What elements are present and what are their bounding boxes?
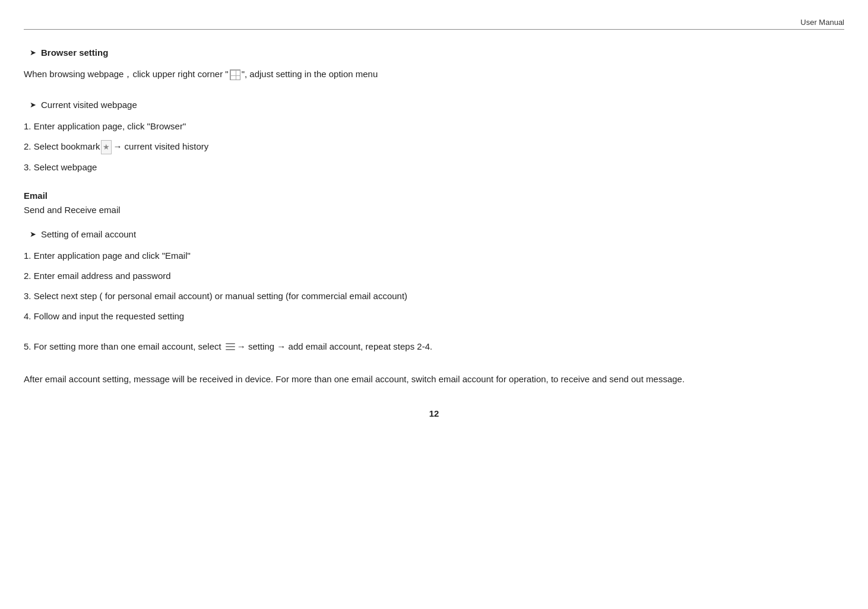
- email-step-4: 4. Follow and input the requested settin…: [24, 309, 844, 323]
- browser-intro-text1: When browsing webpage，click upper right …: [24, 69, 229, 79]
- browser-setting-heading-row: ➤ Browser setting: [30, 47, 844, 58]
- email-account-heading-row: ➤ Setting of email account: [30, 229, 844, 239]
- email-step-1: 1. Enter application page and click "Ema…: [24, 249, 844, 263]
- email-step-5: 5. For setting more than one email accou…: [24, 340, 844, 354]
- header: User Manual: [24, 18, 844, 30]
- arrow-right-5: →: [237, 341, 246, 351]
- email-subheading: Send and Receive email: [24, 203, 844, 217]
- page-number: 12: [429, 408, 439, 418]
- email-section: Email Send and Receive email: [24, 191, 844, 217]
- email-note: After email account setting, message wil…: [24, 372, 844, 386]
- header-title: User Manual: [800, 18, 844, 27]
- step-3-browser-text: 3. Select webpage: [24, 162, 97, 172]
- email-step-3-text: 3. Select next step ( for personal email…: [24, 291, 407, 301]
- email-heading: Email: [24, 191, 844, 201]
- step-1-browser: 1. Enter application page, click "Browse…: [24, 119, 844, 134]
- email-step-2-text: 2. Enter email address and password: [24, 271, 171, 281]
- step-2-browser: 2. Select bookmark★→ current visited his…: [24, 139, 844, 154]
- current-visited-heading: Current visited webpage: [41, 100, 137, 110]
- bullet-arrow-browser: ➤: [30, 48, 36, 57]
- arrow-right-2: →: [113, 141, 122, 151]
- step-2-browser-text2: current visited history: [122, 141, 208, 151]
- email-step-5-text2: setting → add email account, repeat step…: [246, 341, 432, 351]
- email-note-text: After email account setting, message wil…: [24, 374, 685, 384]
- email-step-2: 2. Enter email address and password: [24, 269, 844, 283]
- step-2-browser-text1: 2. Select bookmark: [24, 141, 100, 151]
- email-step-4-text: 4. Follow and input the requested settin…: [24, 311, 184, 321]
- current-visited-heading-row: ➤ Current visited webpage: [30, 100, 844, 110]
- email-step-3: 3. Select next step ( for personal email…: [24, 289, 844, 303]
- browser-setting-heading: Browser setting: [41, 47, 108, 58]
- browser-intro-text2: ", adjust setting in the option menu: [242, 69, 378, 79]
- browser-intro: When browsing webpage，click upper right …: [24, 67, 844, 81]
- email-step-1-text: 1. Enter application page and click "Ema…: [24, 250, 191, 261]
- email-step-5-text1: 5. For setting more than one email accou…: [24, 341, 224, 351]
- step-3-browser: 3. Select webpage: [24, 160, 844, 175]
- bullet-arrow-current: ➤: [30, 100, 36, 109]
- email-account-heading: Setting of email account: [41, 229, 136, 239]
- step-1-browser-text: 1. Enter application page, click "Browse…: [24, 121, 186, 131]
- page-container: User Manual ➤ Browser setting When brows…: [0, 0, 868, 430]
- grid-icon: [230, 69, 240, 80]
- bookmark-star-icon: ★: [101, 140, 112, 155]
- bullet-arrow-email: ➤: [30, 230, 36, 239]
- menu-icon: [226, 343, 235, 351]
